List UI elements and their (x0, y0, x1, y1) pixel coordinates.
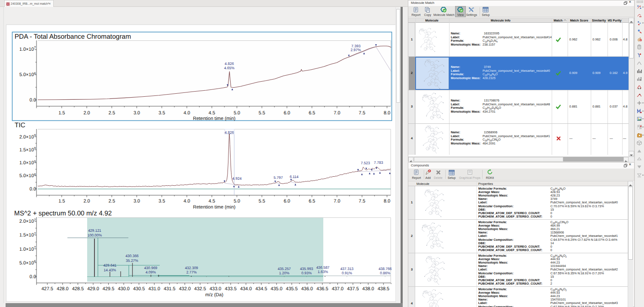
svg-text:0.0: 0.0 (30, 98, 36, 103)
svg-text:6.0: 6.0 (284, 199, 290, 204)
svg-text:2.0: 2.0 (83, 199, 90, 204)
svg-text:429.5: 429.5 (103, 286, 115, 292)
svg-text:432.0: 432.0 (179, 286, 191, 292)
svg-text:PDA - Total Absorbance Chromat: PDA - Total Absorbance Chromatogram (15, 33, 131, 40)
svg-text:7.5: 7.5 (359, 111, 365, 116)
svg-text:8: 8 (34, 172, 36, 176)
svg-text:434.0: 434.0 (240, 286, 252, 292)
svg-text:0.0: 0.0 (30, 274, 36, 279)
svg-text:7: 7 (34, 218, 36, 222)
svg-text:7.783: 7.783 (374, 160, 383, 165)
svg-text:1.63%: 1.63% (318, 270, 328, 274)
svg-text:432.309: 432.309 (185, 266, 198, 270)
svg-text:1.5: 1.5 (58, 199, 65, 204)
svg-text:m/z (Da): m/z (Da) (205, 292, 223, 298)
svg-text:8.0: 8.0 (384, 111, 390, 116)
svg-text:435.993: 435.993 (300, 267, 313, 271)
svg-text:2.0×10: 2.0×10 (19, 219, 34, 224)
svg-text:7: 7 (34, 46, 36, 49)
svg-text:5.0×10: 5.0×10 (19, 261, 34, 266)
svg-text:3.0: 3.0 (134, 199, 140, 204)
svg-text:4.0: 4.0 (184, 111, 190, 116)
svg-text:5.5: 5.5 (258, 199, 265, 204)
svg-text:2.0: 2.0 (83, 111, 90, 116)
svg-text:1.5: 1.5 (58, 111, 65, 116)
svg-text:7.0: 7.0 (334, 111, 340, 116)
svg-text:3.5: 3.5 (158, 199, 165, 204)
svg-text:437.5: 437.5 (347, 286, 359, 292)
svg-text:Retention time (min): Retention time (min) (193, 205, 235, 210)
svg-text:4.09%: 4.09% (146, 270, 156, 274)
svg-text:7: 7 (34, 246, 36, 249)
svg-text:438.766: 438.766 (379, 267, 392, 271)
svg-text:8.0: 8.0 (384, 199, 390, 204)
svg-text:5.0: 5.0 (234, 111, 240, 116)
svg-text:1.0×10: 1.0×10 (19, 47, 34, 52)
svg-text:430.366: 430.366 (125, 254, 139, 258)
svg-text:0.0: 0.0 (30, 187, 36, 192)
svg-text:6.114: 6.114 (290, 175, 299, 179)
svg-text:433.5: 433.5 (225, 286, 237, 292)
svg-text:2.97%: 2.97% (350, 48, 361, 52)
svg-text:5.0: 5.0 (234, 199, 240, 204)
svg-text:7: 7 (34, 232, 36, 236)
svg-text:6.0: 6.0 (284, 111, 290, 116)
svg-text:5.5: 5.5 (258, 111, 265, 116)
svg-text:4.826: 4.826 (225, 130, 234, 135)
svg-text:438.0: 438.0 (362, 286, 374, 292)
svg-text:1.0×10: 1.0×10 (19, 247, 34, 252)
svg-text:1.20%: 1.20% (279, 271, 290, 275)
svg-text:435.257: 435.257 (278, 267, 291, 271)
svg-text:1.0×10: 1.0×10 (19, 160, 34, 166)
svg-text:7.5: 7.5 (359, 199, 365, 204)
svg-text:9: 9 (34, 160, 36, 163)
svg-text:MS^2 + spectrum 50.00 m/z 4.92: MS^2 + spectrum 50.00 m/z 4.92 (14, 210, 112, 217)
svg-text:0.91%: 0.91% (342, 271, 352, 275)
svg-text:3.0: 3.0 (134, 111, 140, 116)
svg-text:436.587: 436.587 (316, 265, 330, 270)
svg-text:4.65%: 4.65% (224, 66, 235, 70)
svg-text:437.0: 437.0 (332, 286, 344, 292)
svg-text:429.121: 429.121 (88, 228, 101, 233)
svg-text:0.93%: 0.93% (301, 271, 312, 275)
svg-text:432.5: 432.5 (194, 286, 206, 292)
svg-text:7.523: 7.523 (361, 161, 370, 165)
svg-text:4.5: 4.5 (209, 111, 215, 116)
svg-text:1.5×10: 1.5×10 (19, 233, 34, 238)
svg-text:6: 6 (34, 259, 36, 263)
svg-text:2.5: 2.5 (109, 199, 115, 204)
svg-text:35.27%: 35.27% (126, 258, 138, 263)
svg-text:431.0: 431.0 (149, 286, 161, 292)
svg-text:9: 9 (34, 146, 36, 150)
svg-text:6.5: 6.5 (309, 111, 315, 116)
svg-text:438.5: 438.5 (377, 286, 389, 292)
svg-text:429.0: 429.0 (87, 286, 99, 292)
svg-text:5.797: 5.797 (273, 175, 283, 180)
svg-text:2.77%: 2.77% (186, 270, 197, 274)
svg-text:429.641: 429.641 (103, 263, 117, 267)
svg-text:431.5: 431.5 (164, 286, 176, 292)
svg-text:TIC: TIC (15, 122, 25, 129)
svg-text:434.5: 434.5 (255, 286, 267, 292)
svg-text:4.826: 4.826 (225, 61, 234, 66)
svg-text:5.0×10: 5.0×10 (19, 173, 34, 178)
svg-text:428.5: 428.5 (72, 286, 84, 292)
svg-text:436.0: 436.0 (301, 286, 313, 292)
svg-text:6: 6 (34, 71, 36, 75)
svg-text:430.0: 430.0 (118, 286, 130, 292)
svg-text:14.43%: 14.43% (104, 268, 116, 272)
svg-text:4.5: 4.5 (209, 199, 215, 204)
svg-text:0.86%: 0.86% (380, 271, 391, 275)
svg-text:100.00%: 100.00% (88, 233, 102, 237)
svg-text:4.924: 4.924 (232, 176, 242, 181)
svg-text:433.0: 433.0 (210, 286, 222, 292)
svg-text:3.5: 3.5 (158, 111, 165, 116)
svg-text:1.5×10: 1.5×10 (19, 147, 34, 153)
svg-text:2.5: 2.5 (109, 111, 115, 116)
svg-text:6.5: 6.5 (309, 199, 315, 204)
svg-text:7.0: 7.0 (334, 199, 340, 204)
svg-text:4.0: 4.0 (184, 199, 190, 204)
svg-text:2.0×10: 2.0×10 (19, 135, 34, 140)
svg-text:436.5: 436.5 (316, 286, 328, 292)
svg-text:Retention time (min): Retention time (min) (193, 116, 235, 121)
